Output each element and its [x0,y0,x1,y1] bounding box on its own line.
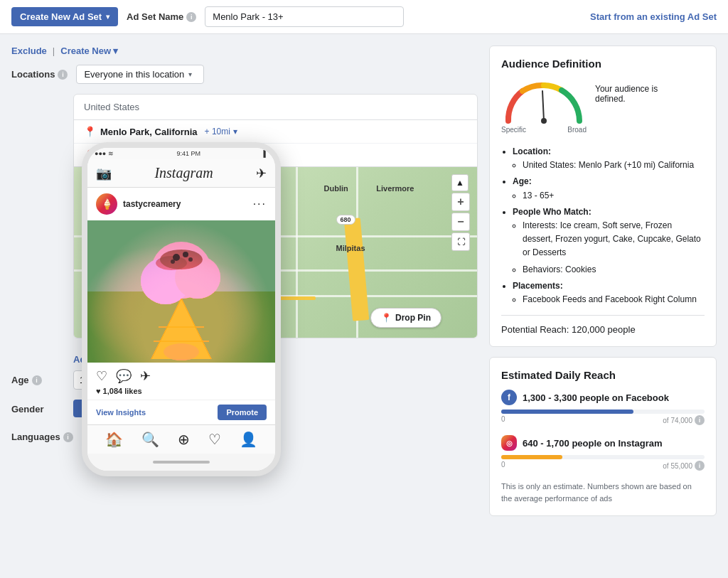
nav-heart-icon[interactable]: ♡ [208,431,221,448]
ad-set-name-info-icon[interactable]: i [186,12,196,22]
map-expand[interactable]: ⛶ [451,232,470,251]
pin-icon: 📍 [84,126,96,137]
facebook-total-info: of 74,000 i [663,415,705,425]
post-image-overlay [87,220,275,363]
audience-divider [501,315,705,316]
map-label-dublin: Dublin [324,184,348,193]
instagram-reach-bar-container [501,455,705,459]
estimated-reach-title: Estimated Daily Reach [501,369,705,381]
exclude-link[interactable]: Exclude [11,46,47,56]
age-label: Age i [11,370,65,385]
create-new-ad-set-button[interactable]: Create New Ad Set ▾ [11,7,118,26]
instagram-platform: ◎ 640 - 1,700 people on Instagram [501,435,705,451]
filter-separator: | [53,46,55,56]
facebook-platform: f 1,300 - 3,300 people on Facebook [501,390,705,405]
send-icon[interactable]: ✈ [256,166,267,181]
locations-label: Locations i [11,65,68,80]
right-panel: Audience Definition [489,46,717,567]
facebook-reach-row: f 1,300 - 3,300 people on Facebook 0 of … [501,390,705,425]
existing-ad-set-link[interactable]: Start from an existing Ad Set [590,11,717,22]
instagram-bar-labels: 0 of 55,000 i [501,461,705,471]
location-country: United States [74,95,477,120]
locations-row: Locations i Everyone in this location ▾ [11,65,478,84]
phone-time: 9:41 PM [176,150,200,157]
create-new-dropdown[interactable]: Create New ▾ [60,46,118,56]
view-insights-link[interactable]: View Insights [96,408,146,417]
instagram-reach-row: ◎ 640 - 1,700 people on Instagram 0 of 5… [501,435,705,471]
comment-icon[interactable]: 💬 [116,368,132,384]
audience-definition-card: Audience Definition [489,46,717,347]
post-header: 🍦 tastycreamery ··· [87,188,275,220]
facebook-reach-info[interactable]: i [695,415,705,425]
map-zoom-in[interactable]: + [451,193,470,211]
header: Create New Ad Set ▾ Ad Set Name i Start … [0,0,728,34]
location-name: Menlo Park, California [100,127,198,137]
potential-reach: Potential Reach: 120,000 people [501,324,705,335]
gauge-description: Your audience isdefined. [595,78,658,104]
post-likes: ♥ 1,084 likes [87,387,275,400]
heart-icon[interactable]: ♡ [96,368,107,384]
post-more-icon[interactable]: ··· [253,198,267,210]
locations-info-icon[interactable]: i [58,70,68,80]
svg-line-0 [542,91,544,121]
map-controls: ▲ + − ⛶ [451,174,470,251]
audience-details: Location: United States: Menlo Park (+10… [501,145,705,306]
locations-dropdown-chevron: ▾ [188,70,192,78]
facebook-reach-bar-container [501,410,705,414]
facebook-bar-labels: 0 of 74,000 i [501,415,705,425]
facebook-reach-range: 1,300 - 3,300 people on Facebook [523,392,669,403]
promoted-footer: View Insights Promote [87,400,275,424]
age-info-icon[interactable]: i [32,375,42,385]
map-zoom-out[interactable]: − [451,213,470,231]
facebook-icon: f [501,390,517,405]
map-scroll-up[interactable]: ▲ [451,174,469,191]
instagram-reach-bar [501,455,562,459]
phone-signal: ●●● ≋ [95,150,114,157]
map-label-livermore: Livermore [376,184,414,193]
audience-card-title: Audience Definition [501,58,705,70]
instagram-reach-info[interactable]: i [695,461,705,471]
phone-mockup: ●●● ≋ 9:41 PM ▌ 📷 Instagram ✈ 🍦 tastycre… [82,142,281,476]
post-username: tastycreamery [123,199,247,209]
instagram-icon: ◎ [501,435,517,451]
gauge-specific-label: Specific [501,126,526,134]
ad-set-name-input[interactable] [205,6,404,27]
phone-battery: ▌ [264,150,268,157]
phone-home-indicator [87,454,275,471]
nav-profile-icon[interactable]: 👤 [240,431,257,448]
location-radius[interactable]: + 10mi ▾ [205,127,237,137]
reach-note: This is only an estimate. Numbers shown … [501,481,705,504]
facebook-reach-bar [501,410,633,414]
nav-home-icon[interactable]: 🏠 [105,431,123,448]
ad-set-name-label: Ad Set Name i [127,11,196,22]
instagram-logo: Instagram [154,165,213,181]
camera-icon[interactable]: 📷 [96,166,112,181]
post-actions: ♡ 💬 ✈ [87,363,275,387]
map-label-milpitas: Milpitas [336,244,365,252]
nav-search-icon[interactable]: 🔍 [141,431,159,448]
drop-pin-button[interactable]: 📍 Drop Pin [370,308,441,328]
instagram-header: 📷 Instagram ✈ [87,159,275,188]
share-action-icon[interactable]: ✈ [140,368,151,384]
create-button-label: Create New Ad Set [20,11,102,22]
nav-add-icon[interactable]: ⊕ [178,431,190,448]
locations-dropdown[interactable]: Everyone in this location ▾ [76,65,204,84]
location-item-menlo-park: 📍 Menlo Park, California + 10mi ▾ [74,120,477,144]
filter-links: Exclude | Create New ▾ [11,46,478,56]
gender-label: Gender [11,400,65,414]
promote-button[interactable]: Promote [218,405,267,420]
phone-status-bar: ●●● ≋ 9:41 PM ▌ [87,148,275,159]
create-button-chevron: ▾ [106,13,109,21]
languages-info-icon[interactable]: i [63,432,73,442]
drop-pin-icon: 📍 [381,313,392,323]
post-image [87,220,275,363]
svg-point-1 [541,118,547,124]
phone-bottom-nav: 🏠 🔍 ⊕ ♡ 👤 [87,424,275,454]
instagram-reach-range: 640 - 1,700 people on Instagram [523,438,663,449]
home-indicator-bar [153,461,210,464]
gauge [501,78,587,124]
gauge-container: Specific Broad Your audience isdefined. [501,78,705,134]
languages-label: Languages i [11,427,73,442]
post-avatar: 🍦 [96,193,117,215]
gauge-labels: Specific Broad [501,126,587,134]
